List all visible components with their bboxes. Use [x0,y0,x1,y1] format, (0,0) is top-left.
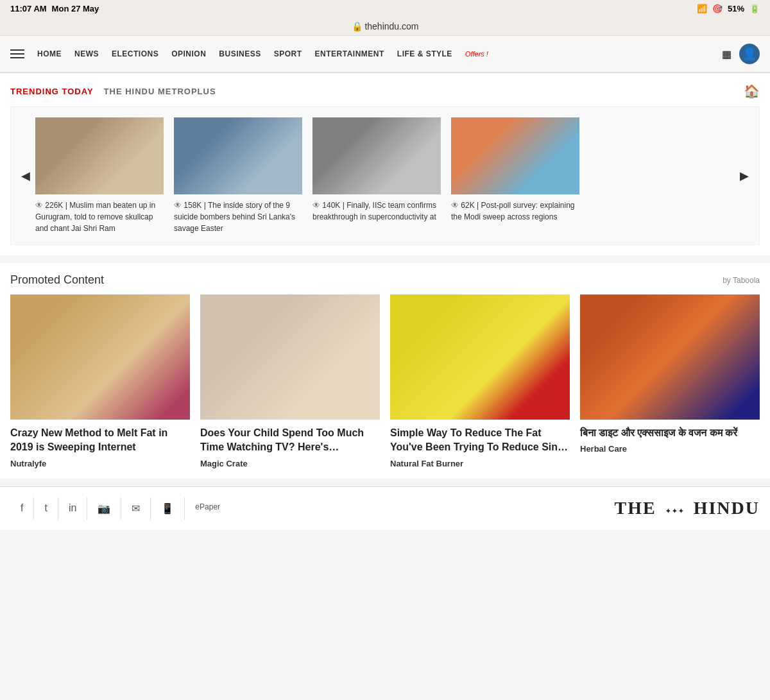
promoted-item-source: Natural Fat Burner [390,459,570,468]
nav-bar: HOME NEWS ELECTIONS OPINION BUSINESS SPO… [0,36,770,73]
by-taboola: by Taboola [723,276,760,285]
trending-carousel: ◀ 👁 226K | Muslim man beaten up in Gurug… [10,107,760,245]
view-icon: 👁 [174,201,182,210]
metroplus-label: THE HINDU METROPLUS [104,87,216,96]
carousel-item-image [35,117,164,194]
view-icon: 👁 [312,201,320,210]
promoted-item-image [580,295,760,420]
nav-news[interactable]: NEWS [74,49,99,58]
footer: f t in 📷 ✉ 📱 ePaper THE ✦✦✦ HINDU [0,486,770,530]
nav-sport[interactable]: SPORT [274,49,302,58]
nav-icons: ▦ 👤 [722,44,760,64]
twitter-link[interactable]: t [34,497,58,520]
trending-labels: TRENDING TODAY THE HINDU METROPLUS [10,87,216,96]
promoted-item-title: Does Your Child Spend Too Much Time Watc… [200,426,380,455]
nav-offers-label[interactable]: Offers ! [465,50,488,58]
carousel-item-text: 👁 140K | Finally, IISc team confirms bre… [312,200,441,223]
carousel-item-text: 👁 226K | Muslim man beaten up in Gurugra… [35,200,164,234]
logo-the: THE [615,498,662,518]
battery-percent: 51% [728,4,744,13]
svg-text:✦✦✦: ✦✦✦ [665,508,685,515]
location-icon: 🎯 [712,4,723,13]
linkedin-link[interactable]: in [58,497,87,520]
nav-elections[interactable]: ELECTIONS [112,49,158,58]
carousel-item[interactable]: 👁 158K | The inside story of the 9 suici… [174,117,302,234]
carousel-item-image [312,117,441,194]
url-text: thehindu.com [364,21,418,31]
nav-links: HOME NEWS ELECTIONS OPINION BUSINESS SPO… [37,49,709,58]
promoted-header: Promoted Content by Taboola [10,273,760,287]
promoted-section: Promoted Content by Taboola Crazy New Me… [0,263,770,479]
carousel-item-text: 👁 158K | The inside story of the 9 suici… [174,200,302,234]
mobile-link[interactable]: 📱 [151,497,185,520]
promoted-item[interactable]: Does Your Child Spend Too Much Time Watc… [200,295,380,468]
promoted-item-source: Nutralyfe [10,459,190,468]
lock-icon: 🔒 [352,21,363,31]
promoted-item-title: Simple Way To Reduce The Fat You've Been… [390,426,570,455]
time: 11:07 AM [10,4,47,13]
epaper-link[interactable]: ePaper [185,497,230,520]
battery-icon: 🔋 [749,4,760,13]
grid-icon[interactable]: ▦ [722,48,732,60]
view-icon: 👁 [35,201,43,210]
footer-social: f t in 📷 ✉ 📱 ePaper [10,497,230,520]
prev-arrow[interactable]: ◀ [16,164,35,188]
nav-entertainment[interactable]: ENTERTAINMENT [315,49,384,58]
carousel-item[interactable]: 👁 62K | Post-poll survey: explaining the… [451,117,579,234]
url-bar[interactable]: 🔒 thehindu.com [0,17,770,36]
trending-today-label: TRENDING TODAY [10,87,94,96]
footer-logo: THE ✦✦✦ HINDU [615,498,760,518]
promoted-item[interactable]: Crazy New Method to Melt Fat in 2019 is … [10,295,190,468]
carousel-item[interactable]: 👁 140K | Finally, IISc team confirms bre… [312,117,441,234]
promoted-grid: Crazy New Method to Melt Fat in 2019 is … [10,295,760,468]
facebook-link[interactable]: f [10,497,34,520]
carousel-items: 👁 226K | Muslim man beaten up in Gurugra… [35,117,735,234]
status-bar: 11:07 AM Mon 27 May 📶 🎯 51% 🔋 [0,0,770,17]
home-icon[interactable]: 🏠 [744,83,760,99]
logo-hindu: HINDU [694,498,760,518]
wifi-icon: 📶 [697,4,707,13]
carousel-item-text: 👁 62K | Post-poll survey: explaining the… [451,200,579,223]
instagram-link[interactable]: 📷 [87,497,121,520]
date: Mon 27 May [52,4,99,13]
promoted-item-image [10,295,190,420]
carousel-item-image [451,117,579,194]
promoted-item[interactable]: Simple Way To Reduce The Fat You've Been… [390,295,570,468]
user-avatar[interactable]: 👤 [739,44,760,64]
nav-life-style[interactable]: LIFE & STYLE [397,49,452,58]
nav-business[interactable]: BUSINESS [219,49,261,58]
carousel-item-image [174,117,302,194]
promoted-item-source: Magic Crate [200,459,380,468]
promoted-item-image [390,295,570,420]
trending-header: TRENDING TODAY THE HINDU METROPLUS 🏠 [10,83,760,99]
promoted-item[interactable]: बिना डाइट और एक्ससाइज के वजन कम करें Her… [580,295,760,468]
next-arrow[interactable]: ▶ [735,164,754,188]
promoted-item-title: Crazy New Method to Melt Fat in 2019 is … [10,426,190,455]
email-link[interactable]: ✉ [121,497,151,520]
promoted-item-image [200,295,380,420]
nav-home[interactable]: HOME [37,49,62,58]
promoted-title: Promoted Content [10,273,104,287]
carousel-item[interactable]: 👁 226K | Muslim man beaten up in Gurugra… [35,117,164,234]
promoted-item-source: Herbal Care [580,444,760,454]
promoted-item-title: बिना डाइट और एक्ससाइज के वजन कम करें [580,426,760,440]
view-icon: 👁 [451,201,459,210]
nav-opinion[interactable]: OPINION [171,49,206,58]
trending-section: TRENDING TODAY THE HINDU METROPLUS 🏠 ◀ 👁… [0,73,770,255]
hamburger-menu[interactable] [10,49,24,58]
